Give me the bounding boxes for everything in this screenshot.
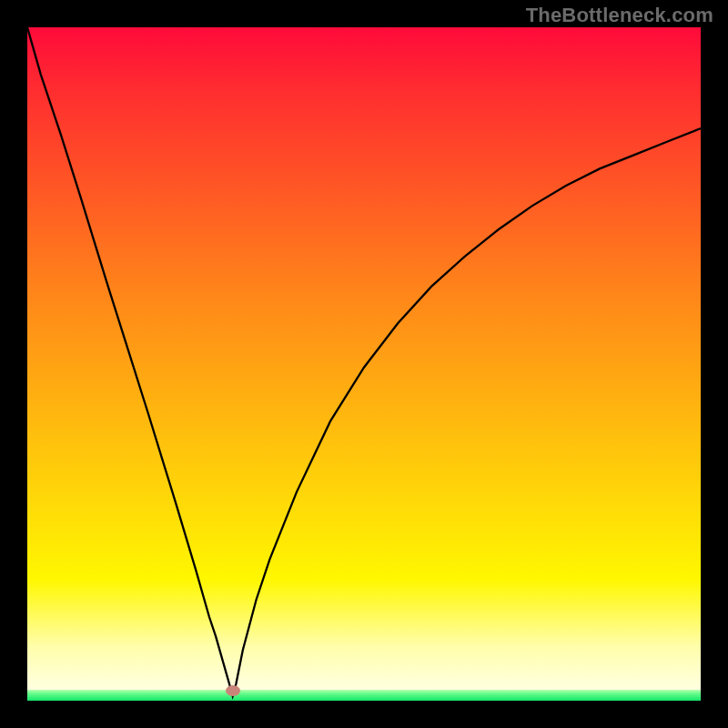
chart-frame: TheBottleneck.com	[0, 0, 728, 728]
watermark-text: TheBottleneck.com	[526, 4, 713, 27]
plot-area	[27, 27, 701, 701]
bottleneck-curve	[27, 27, 701, 701]
curve-path	[27, 27, 701, 696]
optimal-marker	[226, 685, 240, 696]
